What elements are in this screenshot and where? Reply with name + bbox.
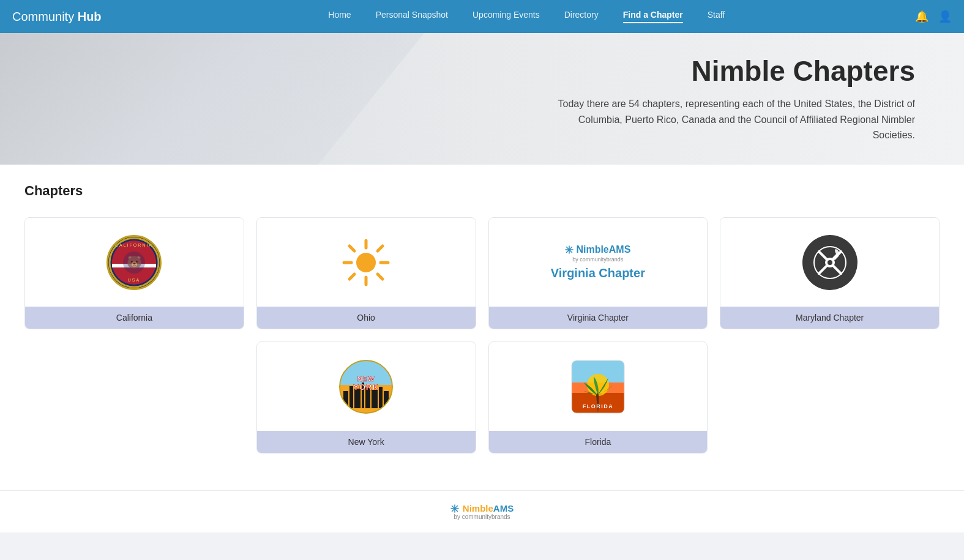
chapter-card-new-york-label: New York — [257, 431, 476, 453]
virginia-chapter-text: Virginia Chapter — [551, 266, 645, 280]
logo-text-light: Community — [12, 10, 78, 23]
svg-line-16 — [378, 246, 383, 251]
footer-asterisk-icon — [450, 504, 459, 513]
nav-directory[interactable]: Directory — [564, 10, 599, 23]
svg-line-14 — [349, 246, 354, 251]
svg-text:USA: USA — [128, 278, 140, 282]
new-york-icon: NEW YORK — [338, 359, 394, 414]
chapter-card-california[interactable]: 🐻 CALIFORNIA USA California — [24, 217, 244, 329]
svg-text:🐻: 🐻 — [127, 255, 142, 269]
chapter-card-new-york-body: NEW YORK — [257, 342, 476, 431]
chapter-card-ohio-body — [257, 218, 476, 307]
chapters-grid: 🐻 CALIFORNIA USA California — [24, 217, 940, 454]
nav-home[interactable]: Home — [328, 10, 351, 23]
virginia-logo: NimbleAMS by communitybrands Virginia Ch… — [551, 244, 645, 280]
nav-links: Home Personal Snapshot Upcoming Events D… — [138, 10, 915, 23]
svg-line-15 — [378, 274, 383, 279]
svg-point-9 — [356, 253, 376, 272]
hero-banner: Nimble Chapters Today there are 54 chapt… — [0, 33, 964, 165]
nav-staff[interactable]: Staff — [708, 10, 725, 23]
nav-upcoming-events[interactable]: Upcoming Events — [473, 10, 540, 23]
chapter-card-virginia[interactable]: NimbleAMS by communitybrands Virginia Ch… — [488, 217, 708, 329]
svg-line-17 — [349, 274, 354, 279]
ohio-sun-icon — [342, 238, 390, 287]
nav-right-icons: 🔔 👤 — [915, 10, 952, 23]
florida-icon: FLORIDA — [570, 359, 626, 414]
nimble-ams-text: NimbleAMS — [576, 244, 630, 255]
chapter-card-maryland[interactable]: Maryland Chapter — [720, 217, 940, 329]
svg-rect-36 — [379, 387, 383, 408]
hero-title: Nimble Chapters — [548, 54, 915, 88]
chapter-card-florida-label: Florida — [489, 431, 708, 453]
chapter-card-florida[interactable]: FLORIDA Florida — [488, 342, 708, 454]
svg-rect-31 — [349, 386, 353, 408]
chapter-card-virginia-body: NimbleAMS by communitybrands Virginia Ch… — [489, 218, 708, 307]
chapter-card-new-york[interactable]: NEW YORK New York — [256, 342, 476, 454]
community-brands-text: by communitybrands — [551, 256, 645, 263]
logo[interactable]: Community Hub — [12, 10, 102, 24]
chapter-card-california-body: 🐻 CALIFORNIA USA — [25, 218, 244, 307]
nav-find-a-chapter[interactable]: Find a Chapter — [623, 10, 683, 23]
svg-text:FLORIDA: FLORIDA — [583, 403, 614, 409]
hero-bg-decoration — [0, 33, 530, 165]
navigation: Community Hub Home Personal Snapshot Upc… — [0, 0, 964, 33]
svg-text:YORK: YORK — [353, 383, 379, 392]
hero-text-block: Nimble Chapters Today there are 54 chapt… — [548, 54, 915, 143]
maryland-icon — [802, 235, 858, 290]
footer-nimble-text: NimbleAMS — [463, 503, 514, 513]
svg-point-25 — [828, 260, 832, 265]
nimble-asterisk-icon — [565, 245, 574, 254]
footer: NimbleAMS by communitybrands — [0, 490, 964, 532]
logo-text-bold: Hub — [78, 10, 102, 23]
svg-text:NEW: NEW — [357, 375, 375, 383]
nav-personal-snapshot[interactable]: Personal Snapshot — [376, 10, 448, 23]
chapter-card-ohio-label: Ohio — [257, 307, 476, 329]
footer-community-brands: by communitybrands — [12, 513, 952, 520]
chapter-card-ohio[interactable]: Ohio — [256, 217, 476, 329]
chapter-card-maryland-label: Maryland Chapter — [720, 307, 939, 329]
svg-rect-35 — [372, 390, 378, 408]
notification-icon[interactable]: 🔔 — [915, 10, 929, 23]
footer-ams-text: AMS — [493, 503, 514, 513]
chapter-card-california-label: California — [25, 307, 244, 329]
user-icon[interactable]: 👤 — [938, 10, 952, 23]
california-icon: 🐻 CALIFORNIA USA — [106, 235, 162, 290]
chapter-card-florida-body: FLORIDA — [489, 342, 708, 431]
main-content: Chapters 🐻 CALIFORNIA USA — [0, 165, 964, 490]
footer-logo: NimbleAMS — [12, 503, 952, 513]
chapter-card-maryland-body — [720, 218, 939, 307]
svg-text:CALIFORNIA: CALIFORNIA — [115, 243, 153, 247]
chapters-section-title: Chapters — [24, 183, 940, 199]
chapter-card-virginia-label: Virginia Chapter — [489, 307, 708, 329]
hero-subtitle: Today there are 54 chapters, representin… — [548, 96, 915, 143]
